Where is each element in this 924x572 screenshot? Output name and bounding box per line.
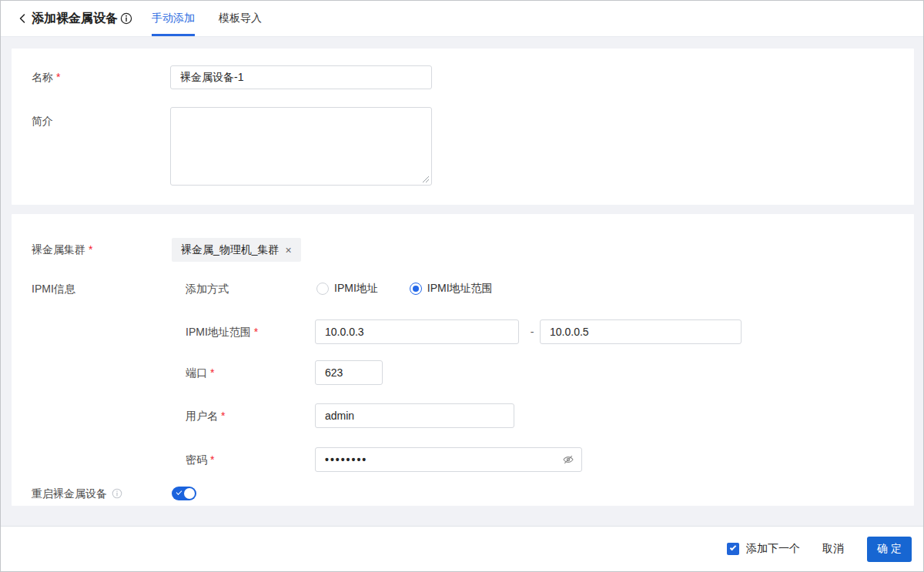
cluster-ipmi-card: 裸金属集群* 裸金属_物理机_集群 × IPMI信息 添加方式 IPMI地址 I… — [12, 214, 914, 506]
confirm-button[interactable]: 确 定 — [867, 537, 912, 562]
tag-remove-icon[interactable]: × — [286, 245, 292, 256]
name-input[interactable] — [170, 65, 432, 89]
radio-ipmi-address-range[interactable]: IPMI地址范围 — [410, 282, 493, 296]
radio-unselected-icon — [316, 283, 329, 295]
required-asterisk: * — [89, 243, 92, 256]
port-input[interactable] — [315, 360, 383, 385]
ipmi-range-end-input[interactable] — [540, 319, 742, 344]
action-footer: 添加下一个 取消 确 定 — [1, 526, 923, 571]
tab-template-import[interactable]: 模板导入 — [219, 1, 262, 36]
page-header: 添加裸金属设备 手动添加 模板导入 — [1, 1, 923, 37]
tab-manual-add[interactable]: 手动添加 — [152, 1, 195, 36]
add-method-radio-group: IPMI地址 IPMI地址范围 — [316, 280, 493, 297]
chevron-left-icon — [18, 13, 27, 24]
radio-ipmi-address[interactable]: IPMI地址 — [316, 282, 378, 296]
radio-selected-icon — [410, 283, 422, 295]
description-label: 简介 — [32, 113, 53, 129]
tab-template-import-label: 模板导入 — [219, 12, 262, 25]
add-method-label: 添加方式 — [186, 280, 229, 297]
cancel-button[interactable]: 取消 — [822, 542, 844, 556]
basic-info-card: 名称* 简介 — [12, 49, 914, 205]
ipmi-section-label: IPMI信息 — [32, 280, 75, 297]
password-input[interactable] — [315, 447, 582, 472]
add-bare-metal-device-page: 添加裸金属设备 手动添加 模板导入 名称* 简介 — [0, 0, 924, 572]
back-button[interactable] — [15, 11, 30, 26]
eye-off-icon[interactable] — [562, 453, 574, 466]
cluster-tag: 裸金属_物理机_集群 × — [172, 238, 301, 262]
range-separator: - — [524, 319, 540, 344]
username-label: 用户名* — [186, 403, 225, 428]
toggle-knob — [184, 488, 195, 499]
restart-toggle[interactable] — [172, 487, 196, 500]
password-label: 密码* — [186, 447, 214, 472]
tab-manual-add-label: 手动添加 — [152, 12, 195, 25]
add-next-label: 添加下一个 — [746, 542, 800, 556]
restart-label: 重启裸金属设备 — [32, 487, 122, 500]
cluster-tag-label: 裸金属_物理机_集群 — [181, 243, 280, 257]
required-asterisk: * — [221, 410, 225, 422]
description-textarea[interactable] — [170, 107, 432, 186]
username-input[interactable] — [315, 403, 514, 428]
page-title-text: 添加裸金属设备 — [32, 11, 118, 27]
required-asterisk: * — [210, 453, 214, 466]
checkbox-checked-icon[interactable] — [727, 543, 739, 555]
page-title: 添加裸金属设备 — [32, 1, 132, 36]
info-circle-icon[interactable] — [112, 488, 122, 499]
password-field-wrap — [315, 447, 582, 472]
description-field-wrap — [170, 107, 432, 186]
cluster-label: 裸金属集群* — [32, 238, 92, 262]
required-asterisk: * — [56, 71, 60, 83]
info-circle-icon[interactable] — [120, 12, 132, 25]
name-label: 名称* — [32, 65, 60, 89]
port-label: 端口* — [186, 360, 214, 385]
ipmi-range-start-input[interactable] — [315, 319, 519, 344]
radio-ipmi-address-label: IPMI地址 — [334, 282, 378, 296]
required-asterisk: * — [254, 326, 258, 338]
ipmi-range-label: IPMI地址范围* — [186, 319, 258, 344]
radio-ipmi-address-range-label: IPMI地址范围 — [427, 282, 493, 296]
tab-bar: 手动添加 模板导入 — [152, 1, 262, 36]
toggle-check-icon — [176, 489, 182, 495]
add-next-checkbox-group[interactable]: 添加下一个 — [727, 542, 800, 556]
required-asterisk: * — [210, 366, 214, 379]
